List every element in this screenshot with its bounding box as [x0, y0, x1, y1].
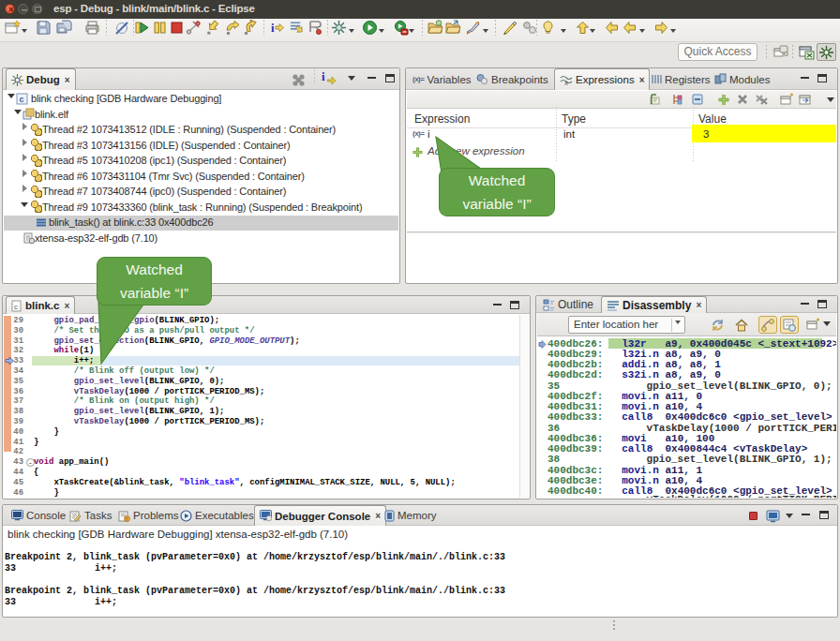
svg-text:c: c — [14, 302, 18, 310]
svg-text:x: x — [564, 79, 568, 86]
svg-text:c: c — [20, 95, 24, 104]
svg-text:i: i — [271, 21, 275, 35]
